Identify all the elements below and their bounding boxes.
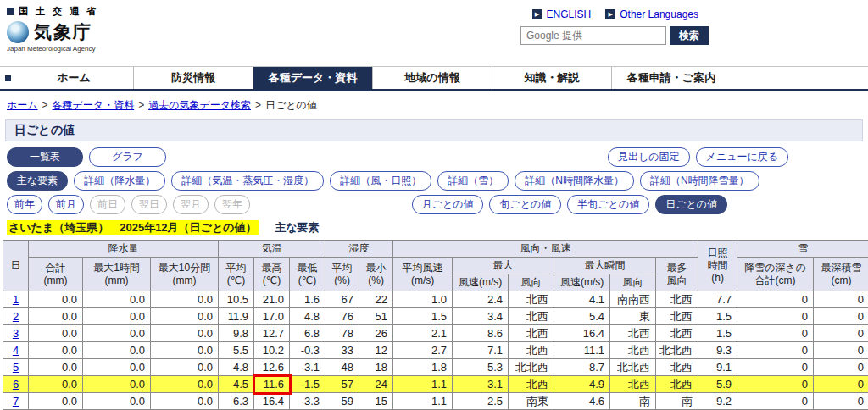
value-cell: 2.1 bbox=[393, 325, 453, 342]
tab-detail-wind-sunshine[interactable]: 詳細（風・日照） bbox=[330, 171, 431, 191]
tab-detail-temp-vapor-humidity[interactable]: 詳細（気温・蒸気圧・湿度） bbox=[171, 171, 324, 191]
english-link[interactable]: ENGLISH bbox=[547, 8, 592, 20]
value-cell: 0.0 bbox=[83, 342, 151, 359]
value-cell: 2.4 bbox=[453, 291, 509, 308]
value-cell: 北北西 bbox=[656, 342, 698, 359]
breadcrumb-item[interactable]: 過去の気象データ検索 bbox=[148, 99, 251, 111]
nav-item-regional-info[interactable]: 地域の情報 bbox=[372, 67, 492, 89]
value-cell: 67 bbox=[326, 291, 359, 308]
station-info-suffix: 主な要素 bbox=[275, 221, 319, 234]
day-link[interactable]: 1 bbox=[13, 293, 19, 306]
value-cell: 0 bbox=[814, 342, 868, 359]
value-cell: 6.8 bbox=[290, 325, 326, 342]
value-cell: 2.7 bbox=[393, 342, 453, 359]
value-cell: 0 bbox=[737, 325, 814, 342]
value-cell: 0.0 bbox=[151, 359, 219, 376]
breadcrumb-item[interactable]: ホーム bbox=[7, 99, 38, 111]
tab-detail-nhour-snowfall[interactable]: 詳細（N時間降雪量） bbox=[640, 171, 760, 191]
value-cell: 9.8 bbox=[219, 325, 254, 342]
humidity-avg-header: 平均 (%) bbox=[326, 258, 359, 291]
value-cell: 1.5 bbox=[698, 308, 737, 325]
other-languages-link[interactable]: Other Languages bbox=[620, 8, 698, 20]
value-cell: 北西 bbox=[656, 308, 698, 325]
temp-min-header: 最低 (℃) bbox=[290, 258, 326, 291]
daily-values-button[interactable]: 日ごとの値 bbox=[655, 195, 727, 214]
monthly-values-button[interactable]: 月ごとの値 bbox=[412, 195, 484, 214]
humidity-min-header: 最小 (%) bbox=[359, 258, 393, 291]
value-cell: 0 bbox=[814, 393, 868, 410]
nav-item-applications[interactable]: 各種申請・ご案内 bbox=[611, 67, 731, 89]
agency-name: 気象庁 bbox=[34, 20, 92, 44]
snow-deepest-header: 最深積雪 (cm) bbox=[814, 258, 868, 291]
ten-day-values-button[interactable]: 旬ごとの値 bbox=[489, 195, 561, 214]
wind-max-dir-header: 風向 bbox=[509, 274, 554, 291]
value-cell: 16.4 bbox=[554, 325, 610, 342]
back-to-menu-button[interactable]: メニューに戻る bbox=[696, 147, 788, 167]
value-cell: 0.0 bbox=[151, 342, 219, 359]
page-title-text: 日ごとの値 bbox=[14, 123, 75, 136]
value-cell: 9.1 bbox=[698, 359, 737, 376]
value-cell: 48 bbox=[326, 359, 359, 376]
value-cell: 7.7 bbox=[698, 291, 737, 308]
day-link[interactable]: 6 bbox=[13, 378, 19, 391]
value-cell: 南南西 bbox=[610, 291, 656, 308]
prev-month-button[interactable]: 前月 bbox=[48, 195, 84, 214]
value-cell: 15 bbox=[359, 393, 393, 410]
tab-detail-precipitation[interactable]: 詳細（降水量） bbox=[74, 171, 165, 191]
next-day-button: 翌日 bbox=[131, 195, 167, 214]
breadcrumb: ホーム>各種データ・資料>過去の気象データ検索>日ごとの値 bbox=[0, 91, 868, 119]
snow-group-header: 雪 bbox=[737, 241, 868, 258]
fix-header-button[interactable]: 見出しの固定 bbox=[608, 147, 690, 167]
value-cell: 0.0 bbox=[29, 393, 83, 410]
nav-item-data-resources[interactable]: 各種データ・資料 bbox=[253, 67, 372, 89]
value-cell: 11.9 bbox=[219, 308, 254, 325]
search-button[interactable]: 検索 bbox=[670, 26, 709, 45]
wind-max-header: 最大 bbox=[453, 258, 554, 274]
wind-max-speed-header: 風速(m/s) bbox=[453, 274, 509, 291]
view-tabs-group: 一覧表グラフ bbox=[7, 147, 166, 167]
snow-total-header: 降雪の深さの 合計(cm) bbox=[737, 258, 814, 291]
nav-item-home[interactable]: ホーム bbox=[14, 67, 133, 89]
tab-graph-view[interactable]: グラフ bbox=[89, 147, 166, 167]
value-cell: 6.3 bbox=[219, 393, 254, 410]
breadcrumb-separator: > bbox=[255, 99, 261, 111]
value-cell: 9.2 bbox=[698, 393, 737, 410]
value-cell: 1.6 bbox=[290, 291, 326, 308]
table-row: 60.00.00.04.511.6-1.557241.13.1北西4.9北西北西… bbox=[3, 376, 868, 393]
google-search-input[interactable] bbox=[520, 26, 666, 45]
day-link[interactable]: 2 bbox=[13, 310, 19, 323]
value-cell: 4.6 bbox=[554, 393, 610, 410]
table-row: 70.00.00.06.316.4-3.359151.12.5南東4.6南南9.… bbox=[3, 393, 868, 410]
day-header: 日 bbox=[3, 241, 29, 291]
day-cell: 1 bbox=[3, 291, 29, 308]
value-cell: 10.5 bbox=[219, 291, 254, 308]
site-search: 検索 bbox=[520, 26, 709, 45]
precip-total-header: 合計 (mm) bbox=[29, 258, 83, 291]
prev-day-button: 前日 bbox=[90, 195, 125, 214]
five-day-values-button[interactable]: 半旬ごとの値 bbox=[567, 195, 649, 214]
table-body: 10.00.00.010.521.01.667221.02.4北西4.1南南西北… bbox=[3, 291, 868, 410]
agency-line: 気象庁 bbox=[7, 20, 98, 44]
table-row: 50.00.00.04.812.6-3.148181.85.3北北西8.7北北西… bbox=[3, 359, 868, 376]
value-cell: 0.0 bbox=[83, 291, 151, 308]
temp-avg-header: 平均 (℃) bbox=[219, 258, 254, 291]
day-link[interactable]: 5 bbox=[13, 361, 19, 374]
tab-main-elements[interactable]: 主な要素 bbox=[7, 171, 68, 191]
value-cell: 7.1 bbox=[453, 342, 509, 359]
value-cell: 33 bbox=[326, 342, 359, 359]
nav-item-disaster-info[interactable]: 防災情報 bbox=[133, 67, 253, 89]
breadcrumb-item[interactable]: 各種データ・資料 bbox=[53, 99, 135, 111]
value-cell: 北西 bbox=[610, 325, 656, 342]
prev-year-button[interactable]: 前年 bbox=[7, 195, 42, 214]
value-cell: 北西 bbox=[509, 308, 554, 325]
tab-list-view[interactable]: 一覧表 bbox=[7, 147, 83, 167]
precip-max10min-header: 最大10分間 (mm) bbox=[151, 258, 219, 291]
nav-item-knowledge[interactable]: 知識・解説 bbox=[492, 67, 611, 89]
day-link[interactable]: 4 bbox=[13, 344, 19, 357]
tab-detail-nhour-precipitation[interactable]: 詳細（N時間降水量） bbox=[515, 171, 634, 191]
day-link[interactable]: 7 bbox=[13, 395, 19, 407]
tab-detail-snow[interactable]: 詳細（雪） bbox=[437, 171, 509, 191]
wind-avg-header: 平均風速 (m/s) bbox=[393, 258, 453, 291]
value-cell: 北西 bbox=[509, 325, 554, 342]
day-link[interactable]: 3 bbox=[13, 327, 19, 340]
